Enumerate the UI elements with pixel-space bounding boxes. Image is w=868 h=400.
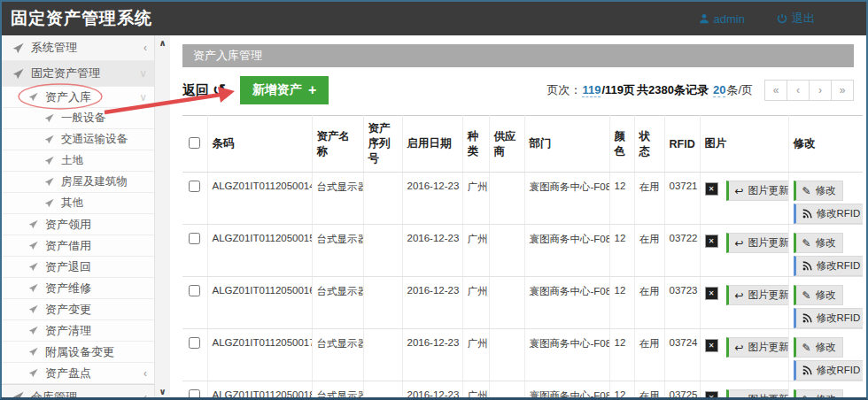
chevron-icon: ∨ — [139, 91, 147, 104]
edit-rfid-button[interactable]: 修改RFID — [794, 204, 864, 224]
sidebar-item[interactable]: 资产清理 — [2, 320, 154, 342]
sidebar-item[interactable]: 资产维修 — [2, 278, 154, 299]
sidebar-item[interactable]: 附属设备变更 — [2, 342, 154, 363]
topbar: 固定资产管理系统 admin 退出 — [2, 2, 866, 35]
cell-serial — [363, 381, 402, 400]
paper-plane-icon — [44, 177, 54, 187]
add-asset-button[interactable]: 新增资产 + — [240, 76, 329, 104]
broken-image-icon: ✕ — [705, 391, 718, 399]
cell-date: 2016-12-23 — [402, 381, 462, 400]
cell-serial — [363, 277, 402, 329]
pagination: 页次： 119 /119页 共2380条记录 20 条/页 «‹›» — [546, 80, 854, 101]
page-size-link[interactable]: 20 — [713, 83, 725, 97]
cell-status: 在用 — [634, 329, 664, 381]
row-checkbox[interactable] — [189, 285, 200, 296]
edit-button[interactable]: ✎ 修改 — [794, 233, 843, 253]
image-update-button[interactable]: ↩ 图片更新 — [726, 233, 789, 253]
edit-icon: ✎ — [802, 395, 811, 400]
cell-name: 台式显示器 — [312, 173, 363, 225]
cell-barcode: ALGZ01IT0112050014 — [207, 173, 312, 225]
table-row: ALGZ01IT0112050014 台式显示器 2016-12-23 广州 寰… — [182, 173, 863, 225]
sidebar-item[interactable]: 房屋及建筑物 — [2, 172, 154, 193]
scroll-down-icon[interactable]: ∨ — [155, 387, 170, 396]
sidebar-item[interactable]: 资产退回 — [2, 257, 154, 278]
table-body: ALGZ01IT0112050014 台式显示器 2016-12-23 广州 寰… — [182, 173, 863, 400]
cell-color: 12 — [609, 225, 634, 277]
edit-button[interactable]: ✎ 修改 — [794, 389, 843, 399]
page-label: 页次： — [546, 82, 581, 98]
sidebar-item[interactable]: 资产盘点 ‹ — [2, 363, 154, 384]
cell-category: 广州 — [462, 173, 489, 225]
logout-link[interactable]: 退出 — [777, 11, 815, 27]
sidebar-item[interactable]: 资产借用 — [2, 235, 154, 257]
back-button[interactable]: 返回 ↺ — [182, 82, 226, 99]
page-size-suffix: 条/页 — [726, 82, 753, 98]
toolbar: 返回 ↺ 新增资产 + 页次： 119 /119页 共2380条记录 20 条/… — [182, 76, 854, 104]
scroll-up-icon[interactable]: ∧ — [155, 38, 170, 48]
sidebar-item[interactable]: 资产变更 — [2, 299, 154, 320]
cell-category: 广州 — [462, 329, 489, 381]
row-checkbox[interactable] — [189, 337, 200, 349]
cell-supplier — [489, 277, 524, 329]
cell-date: 2016-12-23 — [402, 173, 462, 225]
row-checkbox[interactable] — [189, 233, 200, 244]
sidebar-item-label: 其他 — [61, 196, 83, 211]
sidebar-item[interactable]: 土地 — [2, 150, 154, 172]
cell-category: 广州 — [462, 277, 489, 329]
edit-button[interactable]: ✎ 修改 — [794, 181, 843, 201]
topbar-links: admin 退出 — [699, 11, 815, 27]
sidebar-item[interactable]: 交通运输设备 — [2, 129, 154, 150]
column-header: RFID — [664, 116, 700, 173]
paper-plane-icon — [28, 304, 38, 314]
cell-dept: 寰图商务中心-F08 — [524, 329, 609, 381]
record-count: 共2380条记录 — [637, 82, 709, 98]
image-update-button[interactable]: ↩ 图片更新 — [726, 389, 789, 399]
image-update-button[interactable]: ↩ 图片更新 — [726, 285, 789, 305]
sidebar-item[interactable]: 系统管理 ‹ — [2, 35, 154, 61]
row-checkbox[interactable] — [189, 181, 200, 192]
sidebar-item-label: 固定资产管理 — [31, 65, 100, 81]
logout-icon — [777, 13, 787, 24]
paper-plane-icon — [28, 283, 38, 293]
cell-color: 12 — [609, 277, 634, 329]
sidebar-item[interactable]: 资产入库 ∨ — [2, 87, 154, 108]
pager-button-3[interactable]: » — [831, 80, 854, 101]
cell-date: 2016-12-23 — [402, 329, 462, 381]
chevron-icon: ‹ — [143, 367, 147, 380]
sidebar-item[interactable]: 一般设备 — [2, 108, 154, 129]
edit-button[interactable]: ✎ 修改 — [794, 337, 843, 358]
edit-rfid-button[interactable]: 修改RFID — [794, 308, 864, 328]
user-link-label: admin — [714, 12, 745, 26]
image-update-button[interactable]: ↩ 图片更新 — [726, 181, 789, 201]
row-checkbox[interactable] — [189, 389, 200, 399]
edit-label: 修改 — [816, 184, 836, 197]
pager-button-2[interactable]: › — [809, 80, 832, 101]
cell-supplier — [489, 173, 524, 225]
sidebar-item[interactable]: 资产领用 — [2, 214, 154, 235]
pager-button-1[interactable]: ‹ — [787, 80, 810, 101]
sidebar-item[interactable]: 仓库管理 ‹ — [2, 384, 154, 400]
user-link[interactable]: admin — [699, 11, 745, 27]
image-update-button[interactable]: ↩ 图片更新 — [726, 337, 789, 358]
sidebar-item[interactable]: 固定资产管理 ∨ — [2, 61, 154, 87]
image-update-label: 图片更新 — [748, 236, 788, 250]
edit-icon: ✎ — [802, 186, 811, 196]
pager-button-0[interactable]: « — [764, 80, 787, 101]
current-page-link[interactable]: 119 — [582, 83, 601, 97]
cell-rfid: 03721 — [664, 173, 700, 225]
page-total: /119页 — [601, 82, 635, 98]
edit-rfid-button[interactable]: 修改RFID — [794, 360, 864, 381]
update-arrow-icon: ↩ — [735, 186, 744, 196]
sidebar-item-label: 资产变更 — [45, 302, 91, 318]
column-header: 修改 — [788, 116, 863, 173]
sidebar-scrollbar[interactable]: ∧ ∨ — [154, 35, 170, 399]
column-header: 资产序列号 — [363, 116, 402, 173]
edit-rfid-button[interactable]: 修改RFID — [794, 256, 864, 276]
paper-plane-icon — [28, 92, 38, 102]
sidebar-item[interactable]: 其他 — [2, 193, 154, 214]
image-update-label: 图片更新 — [748, 341, 788, 354]
select-all-checkbox[interactable] — [189, 137, 200, 149]
edit-button[interactable]: ✎ 修改 — [794, 285, 843, 305]
rfid-signal-icon — [802, 313, 812, 323]
column-header: 启用日期 — [402, 116, 462, 173]
